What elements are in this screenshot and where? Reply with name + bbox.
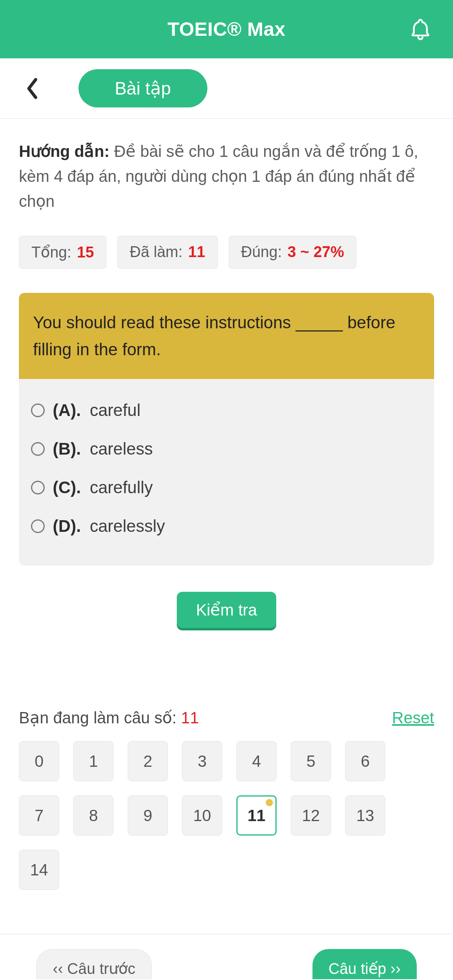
progress-section: Bạn đang làm câu số: 11 Reset 0123456789…	[19, 708, 434, 890]
option-a[interactable]: (A).careful	[31, 391, 422, 430]
option-letter: (A).	[53, 401, 81, 420]
radio-circle-icon	[31, 404, 45, 417]
current-indicator-dot-icon	[266, 799, 273, 806]
main-content: Hướng dẫn: Đề bài sẽ cho 1 câu ngắn và đ…	[0, 119, 453, 890]
question-nav-9[interactable]: 9	[128, 795, 168, 836]
progress-header: Bạn đang làm câu số: 11 Reset	[19, 708, 434, 727]
option-letter: (C).	[53, 478, 81, 497]
radio-circle-icon	[31, 481, 45, 494]
bottom-nav: ‹‹ Câu trước Câu tiếp ››	[0, 934, 453, 980]
back-chevron-icon[interactable]	[24, 76, 40, 101]
question-nav-1[interactable]: 1	[73, 741, 114, 781]
question-prompt: You should read these instructions _____…	[19, 293, 434, 379]
stat-correct-label: Đúng:	[241, 243, 282, 261]
options-list: (A).careful(B).careless(C).carefully(D).…	[19, 379, 434, 566]
reset-link[interactable]: Reset	[392, 709, 434, 727]
instructions-text: Hướng dẫn: Đề bài sẽ cho 1 câu ngắn và đ…	[19, 139, 434, 214]
progress-current-number: 11	[181, 709, 199, 727]
app-header: TOEIC® Max	[0, 0, 453, 58]
option-b[interactable]: (B).careless	[31, 430, 422, 468]
notification-bell-icon[interactable]	[410, 18, 431, 41]
question-nav-0[interactable]: 0	[19, 741, 59, 781]
option-c[interactable]: (C).carefully	[31, 468, 422, 507]
question-nav-2[interactable]: 2	[128, 741, 168, 781]
option-d[interactable]: (D).carelessly	[31, 507, 422, 546]
question-card: You should read these instructions _____…	[19, 293, 434, 566]
stat-correct: Đúng: 3 ~ 27%	[229, 236, 357, 269]
stat-done: Đã làm: 11	[117, 236, 217, 269]
question-nav-4[interactable]: 4	[236, 741, 277, 781]
option-letter: (B).	[53, 439, 81, 459]
option-text: carefully	[90, 478, 153, 497]
question-nav-11[interactable]: 11	[236, 795, 277, 836]
question-nav-14[interactable]: 14	[19, 850, 59, 890]
question-nav-6[interactable]: 6	[345, 741, 385, 781]
question-nav-8[interactable]: 8	[73, 795, 114, 836]
option-letter: (D).	[53, 517, 81, 536]
next-question-button[interactable]: Câu tiếp ››	[312, 949, 417, 979]
check-button-wrap: Kiểm tra	[19, 592, 434, 628]
sub-header: Bài tập	[0, 58, 453, 119]
question-nav-13[interactable]: 13	[345, 795, 385, 836]
option-text: careless	[90, 439, 153, 459]
question-nav-10[interactable]: 10	[182, 795, 222, 836]
instructions-label: Hướng dẫn:	[19, 142, 110, 160]
exercise-tab-button[interactable]: Bài tập	[79, 69, 207, 107]
radio-circle-icon	[31, 519, 45, 533]
question-number-grid: 01234567891011121314	[19, 741, 434, 890]
stat-total: Tổng: 15	[19, 236, 106, 269]
stat-correct-value: 3 ~ 27%	[288, 243, 344, 261]
question-nav-12[interactable]: 12	[291, 795, 331, 836]
prev-question-button[interactable]: ‹‹ Câu trước	[36, 949, 152, 979]
option-text: careful	[90, 401, 141, 420]
question-nav-5[interactable]: 5	[291, 741, 331, 781]
check-button[interactable]: Kiểm tra	[177, 592, 277, 628]
question-nav-7[interactable]: 7	[19, 795, 59, 836]
stat-total-value: 15	[77, 244, 94, 261]
stats-row: Tổng: 15 Đã làm: 11 Đúng: 3 ~ 27%	[19, 236, 434, 269]
stat-total-label: Tổng:	[31, 243, 71, 261]
stat-done-label: Đã làm:	[130, 243, 182, 261]
stat-done-value: 11	[188, 243, 205, 261]
question-nav-3[interactable]: 3	[182, 741, 222, 781]
radio-circle-icon	[31, 442, 45, 456]
option-text: carelessly	[90, 517, 165, 536]
progress-label: Bạn đang làm câu số:	[19, 709, 176, 727]
app-title: TOEIC® Max	[168, 18, 285, 40]
